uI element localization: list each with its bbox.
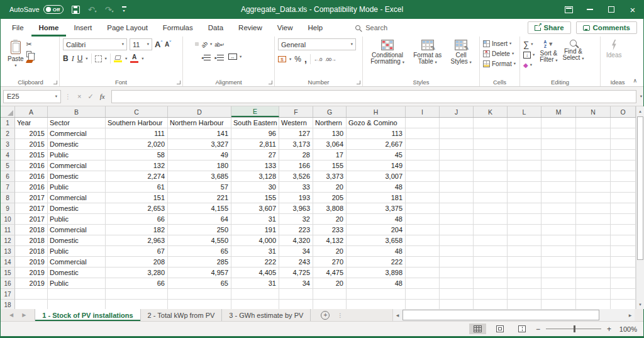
borders-button[interactable] — [95, 55, 102, 62]
cell-J1[interactable] — [440, 118, 474, 128]
cell-K15[interactable] — [474, 268, 508, 278]
ribbon-tab-help[interactable]: Help — [301, 19, 331, 37]
font-name-select[interactable]: Calibri▾ — [63, 38, 127, 50]
fill-button[interactable]: ↓▾ — [523, 52, 535, 59]
horizontal-scroll-thumb[interactable] — [402, 310, 599, 320]
clipboard-dialog-launcher[interactable] — [53, 81, 57, 84]
cell-H14[interactable]: 222 — [347, 257, 406, 268]
cell-M5[interactable] — [541, 161, 576, 171]
normal-view-button[interactable] — [469, 324, 486, 334]
cell-B5[interactable]: Commercial — [48, 161, 106, 171]
row-header-16[interactable]: 16 — [1, 278, 15, 289]
ribbon-display-options-button[interactable] — [558, 0, 579, 19]
cell-M14[interactable] — [541, 257, 576, 268]
cell-C7[interactable]: 61 — [106, 182, 168, 193]
cell-A5[interactable]: 2016 — [15, 161, 48, 171]
paste-dropdown-icon[interactable]: ▾ — [14, 64, 16, 68]
cell-O16[interactable] — [611, 278, 636, 289]
cell-B2[interactable]: Commercial — [48, 128, 106, 139]
cell-I13[interactable] — [406, 246, 440, 257]
horizontal-scroll-track[interactable] — [402, 309, 626, 321]
row-header-15[interactable]: 15 — [1, 268, 15, 278]
cell-F6[interactable]: 3,526 — [279, 171, 313, 182]
cell-D17[interactable] — [168, 289, 231, 300]
cell-H12[interactable]: 3,658 — [347, 235, 406, 246]
cell-C11[interactable]: 182 — [106, 225, 168, 235]
cell-M13[interactable] — [541, 246, 576, 257]
cell-J18[interactable] — [440, 300, 474, 309]
cell-H5[interactable]: 149 — [347, 161, 406, 171]
minimize-button[interactable] — [579, 0, 601, 19]
save-icon[interactable] — [72, 6, 80, 14]
cell-N17[interactable] — [576, 289, 611, 300]
cell-K11[interactable] — [474, 225, 508, 235]
cell-I1[interactable] — [406, 118, 440, 128]
cell-H16[interactable]: 48 — [347, 278, 406, 289]
zoom-slider[interactable] — [546, 329, 601, 330]
cell-H11[interactable]: 204 — [347, 225, 406, 235]
cell-O6[interactable] — [611, 171, 636, 182]
cell-C18[interactable] — [106, 300, 168, 309]
comments-button[interactable]: Comments — [576, 21, 637, 34]
row-header-2[interactable]: 2 — [1, 128, 15, 139]
cell-C3[interactable]: 2,020 — [106, 139, 168, 150]
collapse-ribbon-icon[interactable]: ∧ — [633, 77, 637, 84]
cell-N15[interactable] — [576, 268, 611, 278]
merge-center-button[interactable]: ↔ — [226, 52, 239, 62]
row-header-4[interactable]: 4 — [1, 150, 15, 161]
cell-E3[interactable]: 2,811 — [231, 139, 279, 150]
cell-K17[interactable] — [474, 289, 508, 300]
sheet-tab-2-total-kwp-from-pv[interactable]: 2 - Total kWp from PV — [141, 309, 223, 321]
cell-J3[interactable] — [440, 139, 474, 150]
cell-G16[interactable]: 20 — [313, 278, 347, 289]
find-select-button[interactable]: Find & Select ▾ — [560, 38, 587, 77]
conditional-formatting-button[interactable]: Conditional Formatting ▾ — [368, 38, 407, 77]
cell-I6[interactable] — [406, 171, 440, 182]
cell-M6[interactable] — [541, 171, 576, 182]
cell-N6[interactable] — [576, 171, 611, 182]
row-header-5[interactable]: 5 — [1, 161, 15, 171]
cell-G4[interactable]: 17 — [313, 150, 347, 161]
cell-F5[interactable]: 166 — [279, 161, 313, 171]
column-header-C[interactable]: C — [106, 106, 168, 117]
cell-E15[interactable]: 4,405 — [231, 268, 279, 278]
cell-K8[interactable] — [474, 193, 508, 203]
cell-D7[interactable]: 57 — [168, 182, 231, 193]
cell-A18[interactable] — [15, 300, 48, 309]
row-header-9[interactable]: 9 — [1, 203, 15, 214]
cell-G12[interactable]: 4,132 — [313, 235, 347, 246]
cell-F15[interactable]: 4,725 — [279, 268, 313, 278]
insert-function-icon[interactable]: fx — [100, 93, 105, 100]
cell-O8[interactable] — [611, 193, 636, 203]
cell-I15[interactable] — [406, 268, 440, 278]
fill-color-button[interactable] — [114, 55, 122, 62]
fill-color-dropdown-icon[interactable]: ▾ — [125, 57, 127, 61]
delete-cells-button[interactable]: Delete▾ — [483, 50, 516, 57]
cell-D14[interactable]: 285 — [168, 257, 231, 268]
name-box[interactable]: E25 ▾ — [3, 90, 61, 103]
cell-N8[interactable] — [576, 193, 611, 203]
cell-C9[interactable]: 2,653 — [106, 203, 168, 214]
cell-H4[interactable]: 45 — [347, 150, 406, 161]
cell-K13[interactable] — [474, 246, 508, 257]
cell-L11[interactable] — [508, 225, 541, 235]
autosave-toggle[interactable]: AutoSave Off — [9, 5, 64, 14]
cell-E6[interactable]: 3,128 — [231, 171, 279, 182]
select-all-button[interactable] — [1, 106, 15, 117]
clear-button[interactable]: ◆▾ — [523, 62, 535, 69]
cell-M16[interactable] — [541, 278, 576, 289]
ribbon-tab-view[interactable]: View — [270, 19, 301, 37]
ribbon-tab-review[interactable]: Review — [231, 19, 270, 37]
cell-G18[interactable] — [313, 300, 347, 309]
insert-cells-button[interactable]: Insert▾ — [483, 40, 516, 47]
format-as-table-button[interactable]: ✎ Format as Table ▾ — [411, 38, 444, 77]
align-left-button[interactable] — [186, 55, 190, 59]
cell-F11[interactable]: 223 — [279, 225, 313, 235]
ribbon-tab-insert[interactable]: Insert — [66, 19, 99, 37]
cell-L13[interactable] — [508, 246, 541, 257]
cell-J7[interactable] — [440, 182, 474, 193]
cell-J5[interactable] — [440, 161, 474, 171]
cell-E11[interactable]: 191 — [231, 225, 279, 235]
scroll-left-icon[interactable]: ◀ — [393, 309, 402, 321]
cell-K12[interactable] — [474, 235, 508, 246]
